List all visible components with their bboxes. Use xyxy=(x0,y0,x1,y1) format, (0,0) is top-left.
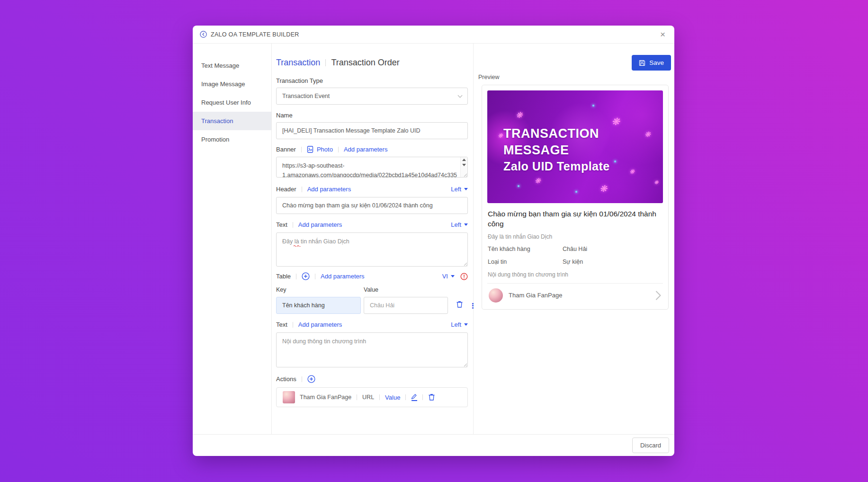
header-row: Header Add parameters Left xyxy=(276,186,468,193)
kv-headers: Key Value xyxy=(276,286,468,293)
scroll-down-icon[interactable] xyxy=(462,164,466,166)
caret-down-icon xyxy=(464,188,468,190)
table-language-dropdown[interactable]: VI xyxy=(442,273,455,280)
text2-add-parameters-link[interactable]: Add parameters xyxy=(298,321,342,328)
sidebar-item-promotion[interactable]: Promotion xyxy=(193,130,271,149)
text1-row: Text Add parameters Left xyxy=(276,221,468,228)
divider xyxy=(315,274,315,279)
text2-align-dropdown[interactable]: Left xyxy=(451,321,468,328)
breadcrumb: Transaction Transaction Order xyxy=(276,58,468,68)
transaction-type-label: Transaction Type xyxy=(276,77,468,84)
dot-icon xyxy=(592,105,594,107)
table-label: Table xyxy=(276,273,291,280)
sparkle-icon xyxy=(535,177,541,185)
divider xyxy=(302,376,302,382)
text1-textarea[interactable]: Đây là tin nhắn Giao Dịch xyxy=(276,232,468,267)
dot-icon xyxy=(575,191,577,193)
banner-label: Banner xyxy=(276,146,296,153)
name-input[interactable] xyxy=(276,122,468,139)
template-builder-modal: ZALO OA TEMPLATE BUILDER × Text Message … xyxy=(193,26,674,456)
preview-action-row[interactable]: Tham Gia FanPage xyxy=(487,284,663,306)
preview-label: Preview xyxy=(478,74,669,80)
banner-row: Banner Photo Add parameters xyxy=(276,146,468,153)
modal-footer: Discard xyxy=(193,434,674,456)
banner-url-textarea[interactable]: https://s3-ap-southeast-1.amazonaws.com/… xyxy=(276,157,468,178)
preview-table-value: Châu Hải xyxy=(563,246,662,252)
preview-message-title: Chào mừng bạn tham gia sự kiện 01/06/202… xyxy=(488,209,662,229)
breadcrumb-divider xyxy=(325,59,326,66)
back-icon[interactable] xyxy=(200,31,207,38)
scrollbar[interactable] xyxy=(460,157,467,177)
key-input[interactable] xyxy=(276,297,361,314)
sidebar-item-text-message[interactable]: Text Message xyxy=(193,56,271,75)
divider xyxy=(405,394,406,400)
action-title: Tham Gia FanPage xyxy=(300,394,351,401)
table-add-parameters-link[interactable]: Add parameters xyxy=(321,273,365,280)
value-input[interactable] xyxy=(364,297,448,314)
sidebar: Text Message Image Message Request User … xyxy=(193,44,272,434)
photo-file-icon xyxy=(307,146,313,153)
action-value-link[interactable]: Value xyxy=(385,394,400,401)
divider xyxy=(338,147,339,152)
sparkle-icon xyxy=(654,179,658,186)
discard-button[interactable]: Discard xyxy=(632,437,669,453)
table-row-header: Table Add parameters VI xyxy=(276,272,468,280)
table-row: ⋮ xyxy=(276,297,468,314)
chevron-right-icon xyxy=(655,290,662,301)
save-button-label: Save xyxy=(649,59,664,66)
divider xyxy=(357,394,357,400)
preview-footer-text: Nội dung thông tin chương trình xyxy=(488,271,662,278)
sidebar-item-image-message[interactable]: Image Message xyxy=(193,75,271,93)
add-row-icon[interactable] xyxy=(302,272,310,280)
divider xyxy=(293,322,293,328)
header-input[interactable] xyxy=(276,197,468,214)
preview-banner-image: TRANSACTION MESSAGE Zalo UID Template xyxy=(487,90,663,203)
modal-body: Text Message Image Message Request User … xyxy=(193,44,674,434)
dot-icon xyxy=(518,185,519,187)
photo-link[interactable]: Photo xyxy=(317,146,333,153)
sidebar-item-request-user-info[interactable]: Request User Info xyxy=(193,93,271,112)
divider xyxy=(296,274,296,279)
value-column-header: Value xyxy=(364,286,378,293)
text2-textarea[interactable]: Nội dung thông tin chương trình xyxy=(276,332,468,367)
text2-row: Text Add parameters Left xyxy=(276,321,468,328)
header-add-parameters-link[interactable]: Add parameters xyxy=(307,186,351,193)
transaction-type-select[interactable]: Transaction Event xyxy=(276,88,468,105)
text1-label: Text xyxy=(276,221,287,228)
sparkle-icon xyxy=(498,132,503,139)
trash-icon[interactable] xyxy=(456,301,463,310)
scroll-up-icon[interactable] xyxy=(462,159,466,161)
form-panel: Transaction Transaction Order Transactio… xyxy=(272,44,474,434)
name-label: Name xyxy=(276,112,468,119)
edit-icon[interactable] xyxy=(411,394,417,401)
page-title: Transaction Order xyxy=(331,58,399,68)
text2-wrap: Nội dung thông tin chương trình xyxy=(276,332,468,367)
sidebar-item-transaction[interactable]: Transaction xyxy=(193,112,271,130)
spellcheck-squiggle-icon xyxy=(294,245,301,247)
preview-panel: Save Preview T xyxy=(474,44,674,434)
header-label: Header xyxy=(276,186,296,193)
header-align-dropdown[interactable]: Left xyxy=(451,186,468,193)
preview-action-avatar xyxy=(489,288,503,303)
modal-title: ZALO OA TEMPLATE BUILDER xyxy=(211,31,299,38)
error-icon xyxy=(460,273,468,280)
banner-add-parameters-link[interactable]: Add parameters xyxy=(344,146,388,153)
banner-url-wrap: https://s3-ap-southeast-1.amazonaws.com/… xyxy=(276,157,468,178)
action-item: Tham Gia FanPage URL Value xyxy=(276,387,468,407)
add-action-icon[interactable] xyxy=(307,375,315,383)
text1-value: Đây là tin nhắn Giao Dịch xyxy=(282,238,349,245)
preview-action-label: Tham Gia FanPage xyxy=(509,292,562,299)
actions-row: Actions xyxy=(276,375,468,383)
text1-add-parameters-link[interactable]: Add parameters xyxy=(298,221,342,228)
divider xyxy=(301,147,302,152)
trash-icon[interactable] xyxy=(428,393,435,401)
text1-align-value: Left xyxy=(451,221,461,228)
header-align-value: Left xyxy=(451,186,461,193)
divider xyxy=(293,222,293,228)
caret-down-icon xyxy=(464,223,468,226)
close-icon[interactable]: × xyxy=(658,29,667,40)
caret-down-icon xyxy=(451,275,455,277)
breadcrumb-transaction[interactable]: Transaction xyxy=(276,58,320,68)
text1-align-dropdown[interactable]: Left xyxy=(451,221,468,228)
save-button[interactable]: Save xyxy=(632,55,671,71)
